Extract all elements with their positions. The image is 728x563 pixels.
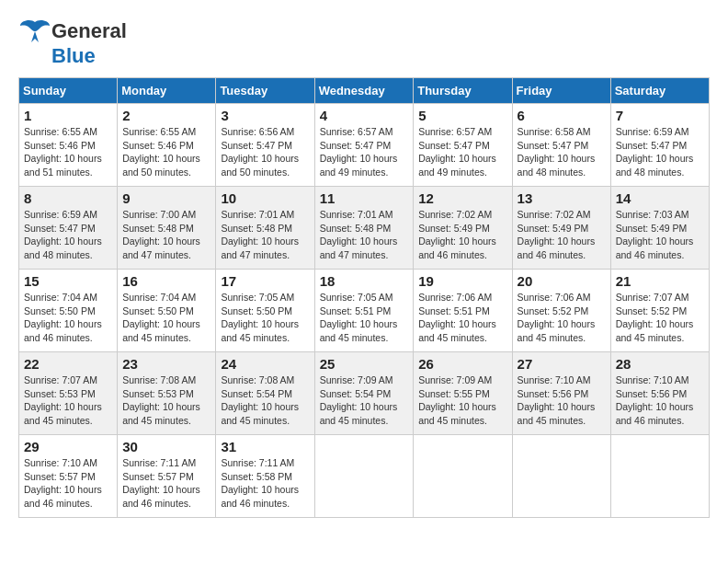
day-30: 30 Sunrise: 7:11 AMSunset: 5:57 PMDaylig… — [118, 435, 216, 518]
day-24: 24 Sunrise: 7:08 AMSunset: 5:54 PMDaylig… — [216, 352, 314, 435]
day-27: 27 Sunrise: 7:10 AMSunset: 5:56 PMDaylig… — [512, 352, 610, 435]
logo-bird-icon — [18, 18, 51, 44]
day-20: 20 Sunrise: 7:06 AMSunset: 5:52 PMDaylig… — [512, 270, 610, 352]
day-23: 23 Sunrise: 7:08 AMSunset: 5:53 PMDaylig… — [118, 352, 216, 435]
day-5: 5 Sunrise: 6:57 AMSunset: 5:47 PMDayligh… — [414, 104, 512, 187]
empty-cell — [512, 435, 610, 518]
week-3: 15 Sunrise: 7:04 AMSunset: 5:50 PMDaylig… — [19, 270, 710, 352]
header-thursday: Thursday — [414, 78, 512, 104]
day-4: 4 Sunrise: 6:57 AMSunset: 5:47 PMDayligh… — [314, 104, 414, 187]
day-22: 22 Sunrise: 7:07 AMSunset: 5:53 PMDaylig… — [19, 352, 118, 435]
day-17: 17 Sunrise: 7:05 AMSunset: 5:50 PMDaylig… — [216, 270, 314, 352]
day-10: 10 Sunrise: 7:01 AMSunset: 5:48 PMDaylig… — [216, 187, 314, 270]
header-wednesday: Wednesday — [314, 78, 414, 104]
header-saturday: Saturday — [610, 78, 709, 104]
weekday-header-row: Sunday Monday Tuesday Wednesday Thursday… — [19, 78, 710, 104]
week-2: 8 Sunrise: 6:59 AMSunset: 5:47 PMDayligh… — [19, 187, 710, 270]
day-26: 26 Sunrise: 7:09 AMSunset: 5:55 PMDaylig… — [414, 352, 512, 435]
header-friday: Friday — [512, 78, 610, 104]
logo: General Blue — [18, 18, 127, 68]
day-16: 16 Sunrise: 7:04 AMSunset: 5:50 PMDaylig… — [118, 270, 216, 352]
logo-blue: Blue — [51, 44, 96, 67]
header-tuesday: Tuesday — [216, 78, 314, 104]
day-11: 11 Sunrise: 7:01 AMSunset: 5:48 PMDaylig… — [314, 187, 414, 270]
day-15: 15 Sunrise: 7:04 AMSunset: 5:50 PMDaylig… — [19, 270, 118, 352]
header-monday: Monday — [118, 78, 216, 104]
header-sunday: Sunday — [19, 78, 118, 104]
day-3: 3 Sunrise: 6:56 AMSunset: 5:47 PMDayligh… — [216, 104, 314, 187]
day-14: 14 Sunrise: 7:03 AMSunset: 5:49 PMDaylig… — [610, 187, 709, 270]
empty-cell — [610, 435, 709, 518]
week-4: 22 Sunrise: 7:07 AMSunset: 5:53 PMDaylig… — [19, 352, 710, 435]
day-29: 29 Sunrise: 7:10 AMSunset: 5:57 PMDaylig… — [19, 435, 118, 518]
week-1: 1 Sunrise: 6:55 AMSunset: 5:46 PMDayligh… — [19, 104, 710, 187]
day-19: 19 Sunrise: 7:06 AMSunset: 5:51 PMDaylig… — [414, 270, 512, 352]
day-6: 6 Sunrise: 6:58 AMSunset: 5:47 PMDayligh… — [512, 104, 610, 187]
day-9: 9 Sunrise: 7:00 AMSunset: 5:48 PMDayligh… — [118, 187, 216, 270]
empty-cell — [314, 435, 414, 518]
day-7: 7 Sunrise: 6:59 AMSunset: 5:47 PMDayligh… — [610, 104, 709, 187]
week-5: 29 Sunrise: 7:10 AMSunset: 5:57 PMDaylig… — [19, 435, 710, 518]
day-12: 12 Sunrise: 7:02 AMSunset: 5:49 PMDaylig… — [414, 187, 512, 270]
page-header: General Blue — [18, 18, 710, 68]
logo-general: General — [51, 19, 127, 43]
day-1: 1 Sunrise: 6:55 AMSunset: 5:46 PMDayligh… — [19, 104, 118, 187]
calendar-table: Sunday Monday Tuesday Wednesday Thursday… — [18, 77, 710, 518]
day-13: 13 Sunrise: 7:02 AMSunset: 5:49 PMDaylig… — [512, 187, 610, 270]
day-21: 21 Sunrise: 7:07 AMSunset: 5:52 PMDaylig… — [610, 270, 709, 352]
day-18: 18 Sunrise: 7:05 AMSunset: 5:51 PMDaylig… — [314, 270, 414, 352]
empty-cell — [414, 435, 512, 518]
day-25: 25 Sunrise: 7:09 AMSunset: 5:54 PMDaylig… — [314, 352, 414, 435]
day-28: 28 Sunrise: 7:10 AMSunset: 5:56 PMDaylig… — [610, 352, 709, 435]
day-31: 31 Sunrise: 7:11 AMSunset: 5:58 PMDaylig… — [216, 435, 314, 518]
day-2: 2 Sunrise: 6:55 AMSunset: 5:46 PMDayligh… — [118, 104, 216, 187]
day-8: 8 Sunrise: 6:59 AMSunset: 5:47 PMDayligh… — [19, 187, 118, 270]
